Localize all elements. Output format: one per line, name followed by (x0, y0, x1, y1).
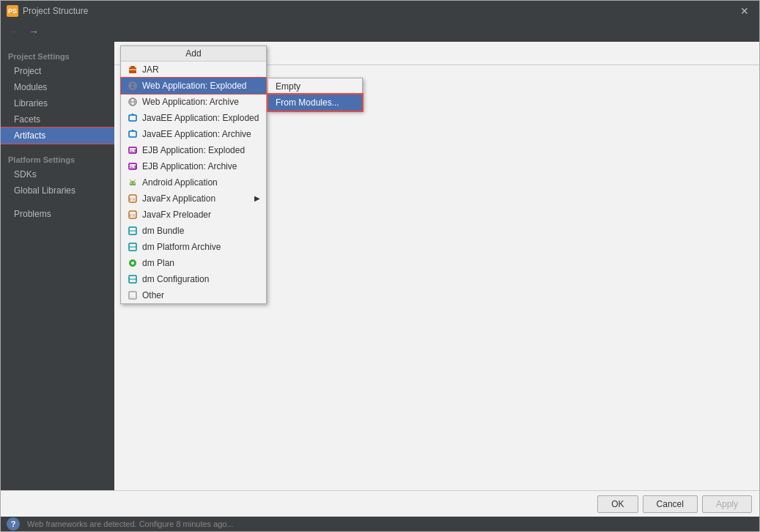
artifact-item-javaee-exploded-label: JavaEE Application: Exploded (142, 113, 259, 123)
ok-button[interactable]: OK (597, 495, 638, 513)
artifact-item-jar[interactable]: JAR (121, 62, 266, 78)
dm-bundle-icon (127, 225, 139, 237)
dialog-title: Project Structure (23, 6, 736, 16)
forward-button[interactable]: → (26, 24, 42, 39)
artifact-item-javaee-archive-label: JavaEE Application: Archive (142, 129, 251, 139)
artifact-item-android-label: Android Application (142, 177, 218, 188)
artifact-item-dm-configuration[interactable]: dm Configuration (121, 271, 266, 287)
javafx-app-icon: FX (127, 193, 139, 204)
artifact-item-dm-plan-label: dm Plan (142, 258, 174, 268)
svg-line-18 (134, 180, 136, 181)
android-icon (127, 177, 139, 188)
nav-bar: ← → (1, 21, 759, 42)
app-icon: PS (7, 5, 18, 17)
artifact-item-other-label: Other (142, 290, 164, 300)
submenu-item-from-modules[interactable]: From Modules... (268, 95, 362, 111)
status-bar: ? Web frameworks are detected. Configure… (1, 517, 759, 531)
artifact-item-dm-platform-archive[interactable]: dm Platform Archive (121, 239, 266, 255)
back-button[interactable]: ← (7, 24, 23, 39)
artifact-item-web-archive[interactable]: Web Application: Archive (121, 94, 266, 110)
artifact-item-other[interactable]: ... Other (121, 287, 266, 303)
sidebar-item-project[interactable]: Project (1, 63, 114, 79)
svg-text:FX: FX (130, 213, 136, 218)
sidebar-item-artifacts[interactable]: Artifacts (1, 128, 114, 144)
artifact-item-web-exploded-label: Web Application: Exploded (142, 81, 247, 91)
svg-text:...: ... (130, 293, 135, 298)
status-text: Web frameworks are detected. Configure 8… (27, 520, 234, 528)
bottom-bar: OK Cancel Apply (1, 490, 759, 517)
cancel-button[interactable]: Cancel (643, 495, 698, 513)
artifact-item-web-archive-label: Web Application: Archive (142, 97, 239, 107)
toolbar: + Add JAR (114, 42, 759, 65)
artifact-item-ejb-archive[interactable]: EJB EJB Application: Archive (121, 158, 266, 174)
svg-line-17 (130, 180, 131, 181)
platform-settings-label: Platform Settings (1, 151, 114, 166)
help-button[interactable]: ? (7, 517, 20, 531)
artifact-item-dm-platform-label: dm Platform Archive (142, 242, 221, 252)
artifact-item-dm-bundle-label: dm Bundle (142, 226, 184, 236)
artifact-item-javaee-exploded[interactable]: JavaEE Application: Exploded (121, 110, 266, 126)
close-button[interactable]: ✕ (736, 4, 753, 18)
sidebar-item-problems[interactable]: Problems (1, 206, 114, 222)
sidebar-item-libraries[interactable]: Libraries (1, 95, 114, 111)
dropdown-header: Add (121, 46, 266, 62)
artifact-item-javafx-app[interactable]: FX JavaFx Application ▶ (121, 191, 266, 207)
svg-point-15 (130, 182, 132, 184)
sidebar-item-global-libraries[interactable]: Global Libraries (1, 182, 114, 199)
artifact-item-javafx-preloader[interactable]: FX JavaFx Preloader (121, 207, 266, 223)
artifact-item-dm-configuration-label: dm Configuration (142, 274, 209, 284)
svg-text:EJB: EJB (130, 149, 138, 153)
artifact-item-web-exploded[interactable]: Web Application: Exploded Empty From Mod… (121, 78, 266, 94)
artifact-item-ejb-exploded-label: EJB Application: Exploded (142, 145, 245, 155)
javafx-preloader-icon: FX (127, 209, 139, 221)
dm-plan-icon (127, 257, 139, 269)
submenu-arrow-icon: ▶ (254, 194, 260, 202)
artifact-item-android[interactable]: Android Application (121, 174, 266, 191)
artifact-item-ejb-exploded[interactable]: EJB EJB Application: Exploded (121, 142, 266, 158)
apply-button[interactable]: Apply (702, 495, 752, 513)
artifact-item-javaee-archive[interactable]: JavaEE Application: Archive (121, 126, 266, 142)
jar-icon (127, 64, 139, 75)
svg-rect-0 (129, 67, 136, 73)
svg-point-16 (133, 182, 135, 184)
add-dropdown-container: + Add JAR (120, 45, 136, 62)
sidebar-item-sdks[interactable]: SDKs (1, 166, 114, 182)
content-area: + Add JAR (114, 42, 759, 490)
sidebar-item-modules[interactable]: Modules (1, 79, 114, 95)
ejb-exploded-icon: EJB (127, 144, 139, 156)
artifact-item-jar-label: JAR (142, 64, 159, 75)
javaee-exploded-icon (127, 112, 139, 124)
svg-rect-1 (130, 66, 135, 68)
svg-text:EJB: EJB (130, 165, 138, 169)
artifact-dropdown: Add JAR Web A (120, 45, 267, 304)
svg-text:FX: FX (130, 197, 136, 202)
artifact-item-javafx-app-label: JavaFx Application (142, 193, 215, 204)
submenu-item-empty[interactable]: Empty (268, 78, 362, 95)
submenu: Empty From Modules... (268, 78, 363, 111)
project-settings-label: Project Settings (1, 48, 114, 63)
project-structure-dialog: PS Project Structure ✕ ← → Project Setti… (0, 0, 760, 532)
svg-rect-10 (129, 131, 136, 137)
main-content: Project Settings Project Modules Librari… (1, 42, 759, 490)
artifact-item-ejb-archive-label: EJB Application: Archive (142, 161, 237, 171)
web-archive-icon (127, 96, 139, 108)
dm-configuration-icon (127, 273, 139, 285)
ejb-archive-icon: EJB (127, 160, 139, 172)
artifact-item-javafx-preloader-label: JavaFx Preloader (142, 210, 211, 220)
svg-point-26 (131, 262, 134, 265)
other-icon: ... (127, 289, 139, 301)
dm-platform-archive-icon (127, 241, 139, 253)
sidebar-item-facets[interactable]: Facets (1, 111, 114, 128)
javaee-archive-icon (127, 128, 139, 140)
artifact-item-dm-bundle[interactable]: dm Bundle (121, 223, 266, 239)
web-exploded-icon (127, 80, 139, 92)
title-bar: PS Project Structure ✕ (1, 1, 759, 21)
svg-rect-9 (129, 115, 136, 121)
sidebar: Project Settings Project Modules Librari… (1, 42, 114, 490)
artifact-item-dm-plan[interactable]: dm Plan (121, 255, 266, 271)
